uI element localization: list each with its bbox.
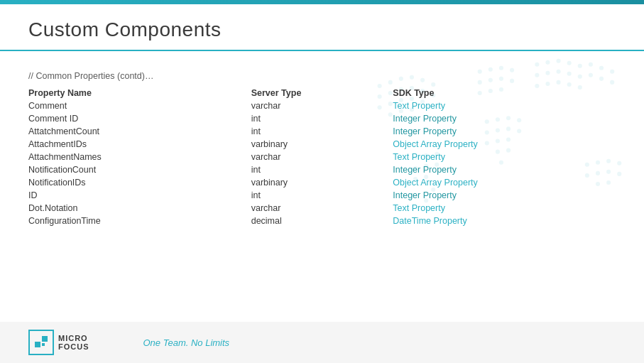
property-name-cell: Comment [28,99,251,112]
table-row: NotificationIDs varbinary Object Array P… [28,176,616,189]
property-name-cell: ID [28,189,251,202]
property-name-cell: NotificationIDs [28,176,251,189]
svg-point-31 [535,63,539,67]
property-name-cell: Property Name [28,87,251,99]
property-name-cell: AttatchmentCount [28,125,251,138]
sdk-type-cell: Integer Property [393,112,616,125]
table-row: Comment varchar Text Property [28,99,616,112]
property-name-cell: AttachmentNames [28,151,251,163]
property-name-cell: AttachmentIDs [28,138,251,151]
server-type-cell: varchar [251,151,393,163]
slide-title: Custom Components [28,18,616,41]
server-type-cell: int [251,189,393,202]
server-type-cell: int [251,163,393,176]
logo-container: MICRO FOCUS [28,330,89,355]
sdk-type-cell: SDK Type [393,87,616,99]
table-row: AttachmentNames varchar Text Property [28,151,616,163]
property-name-cell: Dot.Notation [28,202,251,215]
svg-point-37 [599,66,604,70]
server-type-cell: Server Type [251,87,393,99]
sdk-type-cell: Integer Property [393,189,616,202]
sdk-type-cell: Object Array Property [393,138,616,151]
content-area: // Common Properties (contd)… Property N… [28,71,616,320]
footer: MICRO FOCUS One Team. No Limits [0,322,644,363]
sdk-type-cell: DateTime Property [393,215,616,227]
property-name-cell: Comment ID [28,112,251,125]
property-name-cell: ConfigurationTime [28,215,251,227]
property-name-cell: NotificationCount [28,163,251,176]
table-row: AttatchmentCount int Integer Property [28,125,616,138]
sdk-type-cell: Integer Property [393,125,616,138]
svg-point-22 [498,66,503,70]
server-type-cell: int [251,112,393,125]
footer-tagline: One Team. No Limits [143,337,230,348]
section-comment: // Common Properties (contd)… [28,71,616,81]
logo-focus: FOCUS [58,342,89,351]
logo-text: MICRO FOCUS [58,334,89,351]
slide: Custom Components // Common Properties (… [0,0,644,363]
svg-rect-88 [42,343,45,346]
table-row: Property Name Server Type SDK Type [28,87,616,99]
sdk-type-cell: Text Property [393,202,616,215]
table-row: ID int Integer Property [28,189,616,202]
server-type-cell: int [251,125,393,138]
svg-point-32 [545,60,550,65]
sdk-type-cell: Text Property [393,99,616,112]
server-type-cell: varbinary [251,176,393,189]
svg-rect-87 [42,336,48,342]
svg-rect-86 [35,342,40,347]
server-type-cell: varbinary [251,138,393,151]
table-row: AttachmentIDs varbinary Object Array Pro… [28,138,616,151]
svg-point-69 [617,161,621,166]
table-row: Dot.Notation varchar Text Property [28,202,616,215]
logo-icon [33,335,49,350]
table-row: NotificationCount int Integer Property [28,163,616,176]
sdk-type-cell: Integer Property [393,163,616,176]
sdk-type-cell: Object Array Property [393,176,616,189]
logo-micro: MICRO [58,334,89,342]
table-row: Comment ID int Integer Property [28,112,616,125]
sdk-type-cell: Text Property [393,151,616,163]
properties-table: Property Name Server Type SDK Type Comme… [28,87,616,227]
svg-point-73 [617,172,621,176]
server-type-cell: varchar [251,99,393,112]
table-row: ConfigurationTime decimal DateTime Prope… [28,215,616,227]
slide-header: Custom Components [0,4,644,51]
svg-point-35 [577,64,582,68]
svg-point-36 [588,63,592,67]
svg-point-33 [556,59,560,63]
svg-point-34 [567,61,571,65]
server-type-cell: varchar [251,202,393,215]
server-type-cell: decimal [251,215,393,227]
